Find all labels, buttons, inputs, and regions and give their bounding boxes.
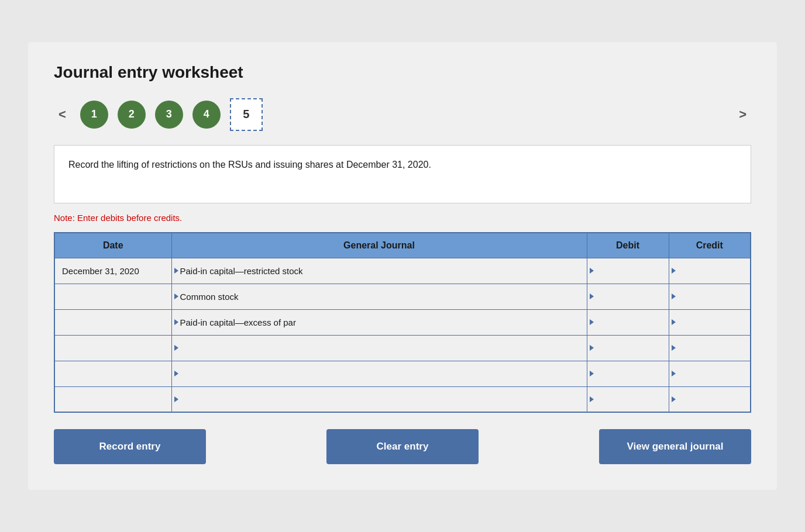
step-2-button[interactable]: 2: [118, 101, 146, 129]
debit-cell[interactable]: [587, 335, 669, 361]
triangle-icon: [590, 293, 594, 299]
triangle-icon: [174, 268, 178, 274]
triangle-icon: [174, 319, 178, 325]
journal-cell[interactable]: Paid-in capital—excess of par: [171, 309, 587, 335]
credit-cell[interactable]: [669, 361, 751, 386]
step-1-button[interactable]: 1: [80, 101, 108, 129]
next-arrow-button[interactable]: >: [734, 105, 751, 125]
date-cell: [54, 309, 171, 335]
table-row: December 31, 2020Paid-in capital—restric…: [54, 258, 751, 284]
triangle-icon: [590, 371, 594, 376]
triangle-icon: [672, 293, 676, 299]
journal-text: Paid-in capital—excess of par: [179, 317, 296, 327]
step-navigation: < 1 2 3 4 5 >: [54, 98, 751, 131]
credit-cell[interactable]: [669, 258, 751, 284]
debit-cell[interactable]: [587, 284, 669, 309]
journal-cell[interactable]: Paid-in capital—restricted stock: [171, 258, 587, 284]
prev-arrow-button[interactable]: <: [54, 105, 71, 125]
triangle-icon: [590, 268, 594, 274]
header-debit: Debit: [587, 233, 669, 258]
triangle-icon: [672, 345, 676, 351]
triangle-icon: [174, 345, 178, 351]
action-buttons: Record entry Clear entry View general jo…: [54, 429, 751, 464]
debit-cell[interactable]: [587, 309, 669, 335]
debit-cell[interactable]: [587, 361, 669, 386]
table-row: Paid-in capital—excess of par: [54, 309, 751, 335]
header-credit: Credit: [669, 233, 751, 258]
table-row: Common stock: [54, 284, 751, 309]
journal-text: [179, 343, 180, 353]
record-entry-button[interactable]: Record entry: [54, 429, 206, 464]
note-text: Note: Enter debits before credits.: [54, 213, 751, 223]
date-cell: December 31, 2020: [54, 258, 171, 284]
journal-cell[interactable]: [171, 335, 587, 361]
description-text: Record the lifting of restrictions on th…: [68, 160, 431, 170]
header-date: Date: [54, 233, 171, 258]
worksheet-container: Journal entry worksheet < 1 2 3 4 5 > Re…: [28, 42, 777, 490]
triangle-icon: [672, 396, 676, 402]
triangle-icon: [174, 293, 178, 299]
date-cell: [54, 386, 171, 412]
table-row: [54, 335, 751, 361]
credit-cell[interactable]: [669, 284, 751, 309]
journal-text: Common stock: [179, 292, 239, 302]
step-4-button[interactable]: 4: [192, 101, 221, 129]
description-box: Record the lifting of restrictions on th…: [54, 145, 751, 203]
triangle-icon: [590, 396, 594, 402]
journal-cell[interactable]: [171, 386, 587, 412]
triangle-icon: [672, 319, 676, 325]
clear-entry-button[interactable]: Clear entry: [326, 429, 479, 464]
header-journal: General Journal: [171, 233, 587, 258]
journal-table: Date General Journal Debit Credit Decemb…: [54, 232, 751, 413]
triangle-icon: [590, 345, 594, 351]
triangle-icon: [174, 396, 178, 402]
step-5-active[interactable]: 5: [230, 98, 263, 131]
table-row: [54, 361, 751, 386]
journal-text: [179, 369, 180, 379]
journal-cell[interactable]: [171, 361, 587, 386]
step-3-button[interactable]: 3: [155, 101, 183, 129]
page-title: Journal entry worksheet: [54, 63, 751, 82]
triangle-icon: [672, 268, 676, 274]
triangle-icon: [590, 319, 594, 325]
date-cell: [54, 335, 171, 361]
triangle-icon: [174, 371, 178, 376]
journal-cell[interactable]: Common stock: [171, 284, 587, 309]
credit-cell[interactable]: [669, 335, 751, 361]
triangle-icon: [672, 371, 676, 376]
journal-text: [179, 395, 180, 405]
date-cell: [54, 284, 171, 309]
debit-cell[interactable]: [587, 258, 669, 284]
date-cell: [54, 361, 171, 386]
debit-cell[interactable]: [587, 386, 669, 412]
journal-text: Paid-in capital—restricted stock: [179, 266, 303, 276]
table-row: [54, 386, 751, 412]
credit-cell[interactable]: [669, 386, 751, 412]
credit-cell[interactable]: [669, 309, 751, 335]
view-general-journal-button[interactable]: View general journal: [599, 429, 751, 464]
